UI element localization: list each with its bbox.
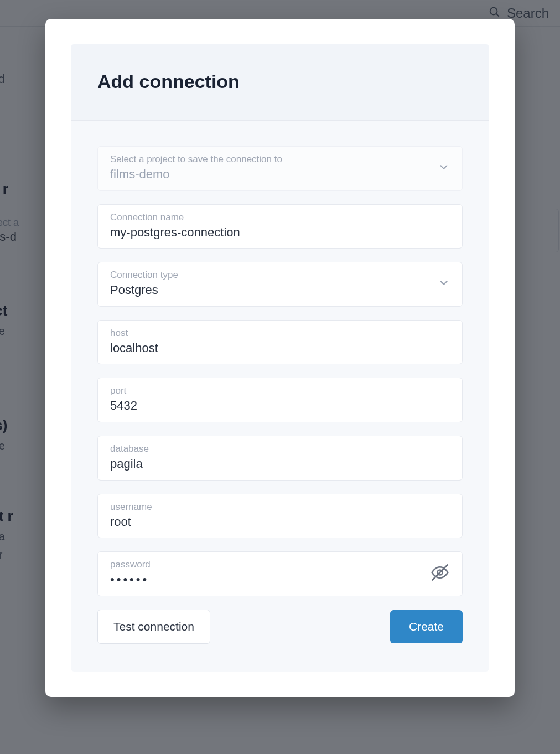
connection-type-label: Connection type [110, 270, 450, 281]
connection-name-input[interactable] [110, 225, 450, 241]
database-input[interactable] [110, 456, 450, 472]
test-connection-button[interactable]: Test connection [97, 610, 210, 644]
create-button[interactable]: Create [390, 610, 463, 643]
connection-type-value: Postgres [110, 282, 450, 298]
connection-name-label: Connection name [110, 212, 450, 223]
database-field[interactable]: database [97, 436, 463, 481]
database-label: database [110, 443, 450, 455]
username-field[interactable]: username [97, 494, 463, 539]
chevron-down-icon [438, 277, 450, 291]
port-label: port [110, 385, 450, 396]
password-field[interactable]: password •••••• [97, 551, 463, 596]
modal-footer: Test connection Create [71, 596, 489, 644]
modal-overlay[interactable]: Add connection Select a project to save … [0, 0, 560, 754]
username-label: username [110, 502, 450, 513]
project-select-value: films-demo [110, 167, 450, 183]
port-field[interactable]: port [97, 378, 463, 422]
host-input[interactable] [110, 340, 450, 357]
username-input[interactable] [110, 514, 450, 530]
connection-name-field[interactable]: Connection name [97, 204, 463, 249]
toggle-password-visibility-icon[interactable] [430, 562, 450, 585]
modal-body: Select a project to save the connection … [71, 121, 489, 596]
password-value: •••••• [110, 572, 450, 588]
chevron-down-icon [438, 161, 450, 175]
host-label: host [110, 328, 450, 339]
modal-header: Add connection [71, 44, 489, 121]
modal-inner: Add connection Select a project to save … [71, 44, 489, 672]
port-input[interactable] [110, 398, 450, 414]
project-select[interactable]: Select a project to save the connection … [97, 146, 463, 191]
project-select-label: Select a project to save the connection … [110, 154, 450, 165]
add-connection-modal: Add connection Select a project to save … [45, 19, 515, 697]
password-label: password [110, 559, 450, 570]
modal-title: Add connection [97, 71, 463, 92]
connection-type-select[interactable]: Connection type Postgres [97, 262, 463, 307]
host-field[interactable]: host [97, 320, 463, 365]
